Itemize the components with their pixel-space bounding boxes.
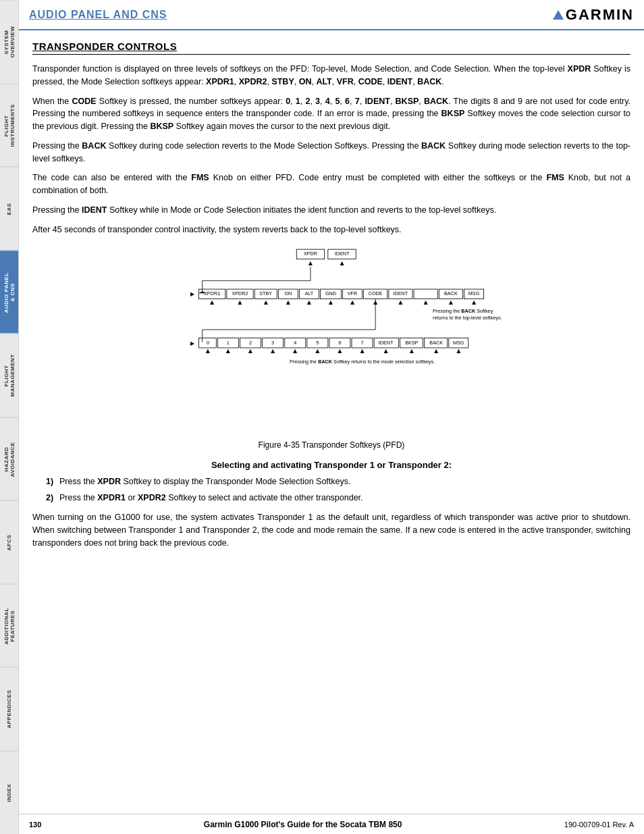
svg-text:▲: ▲	[205, 348, 211, 355]
step-2-text: Press the XPDR1 or XPDR2 Softkey to sele…	[59, 492, 363, 504]
svg-text:▲: ▲	[292, 348, 298, 355]
sidebar-tab-hazard-avoidance[interactable]: HAZARDAVOIDANCE	[0, 417, 18, 501]
svg-text:▲: ▲	[209, 298, 215, 306]
svg-text:▲: ▲	[338, 259, 345, 267]
svg-text:MSG: MSG	[468, 291, 480, 297]
final-paragraph: When turning on the G1000 for use, the s…	[32, 511, 630, 549]
svg-text:▲: ▲	[423, 298, 429, 306]
svg-text:▲: ▲	[269, 348, 276, 355]
svg-text:▲: ▲	[336, 348, 343, 355]
svg-text:GND: GND	[325, 291, 336, 297]
svg-text:▶: ▶	[190, 340, 195, 346]
garmin-logo-text: GARMIN	[566, 6, 634, 24]
list-item-1: 1) Press the XPDR Softkey to display the…	[46, 475, 630, 488]
page-header: AUDIO PANEL AND CNS GARMIN	[19, 0, 644, 30]
svg-text:▲: ▲	[397, 298, 404, 306]
page-footer: 130 Garmin G1000 Pilot's Guide for the S…	[19, 814, 644, 834]
footer-part-number: 190-00709-01 Rev. A	[564, 820, 634, 829]
paragraph-6: After 45 seconds of transponder control …	[32, 224, 630, 236]
steps-list: 1) Press the XPDR Softkey to display the…	[46, 475, 630, 505]
svg-text:returns to the top-level softk: returns to the top-level softkeys.	[433, 315, 502, 321]
svg-text:▲: ▲	[314, 348, 321, 355]
paragraph-5: Pressing the IDENT Softkey while in Mode…	[32, 204, 630, 217]
svg-text:▲: ▲	[307, 259, 314, 267]
paragraph-4: The code can also be entered with the FM…	[32, 172, 630, 197]
svg-text:XPDR: XPDR	[304, 251, 317, 257]
footer-title: Garmin G1000 Pilot's Guide for the Socat…	[204, 820, 402, 829]
svg-text:IDENT: IDENT	[379, 340, 394, 346]
svg-text:4: 4	[294, 340, 296, 346]
svg-text:▲: ▲	[327, 298, 334, 306]
svg-text:ALT: ALT	[305, 291, 314, 297]
svg-text:2: 2	[249, 340, 252, 346]
sidebar-tab-system-overview[interactable]: SYSTEMOVERVIEW	[0, 0, 18, 84]
svg-text:IDENT: IDENT	[394, 291, 408, 297]
sidebar-tab-afcs[interactable]: AFCS	[0, 500, 18, 584]
svg-rect-29	[414, 289, 437, 298]
main-content: TRANSPONDER CONTROLS Transponder functio…	[19, 30, 644, 814]
sidebar-tab-appendices[interactable]: APPENDICES	[0, 667, 18, 751]
svg-text:ON: ON	[284, 291, 292, 297]
svg-text:6: 6	[338, 340, 341, 346]
header-title: AUDIO PANEL AND CNS	[29, 9, 167, 21]
diagram-container: XPDR IDENT ▲ ▲ ▶ XPDR1 XPDR2	[129, 246, 534, 449]
step-1-text: Press the XPDR Softkey to display the Tr…	[59, 475, 350, 488]
garmin-triangle-icon	[553, 10, 564, 20]
svg-text:▲: ▲	[455, 348, 462, 355]
step-1-num: 1)	[46, 475, 59, 488]
svg-text:▲: ▲	[358, 348, 365, 355]
svg-text:▲: ▲	[236, 298, 243, 306]
svg-text:VFR: VFR	[348, 291, 357, 297]
figure-caption: Figure 4-35 Transponder Softkeys (PFD)	[129, 440, 534, 450]
svg-text:BACK: BACK	[444, 291, 458, 297]
svg-text:3: 3	[271, 340, 274, 346]
paragraph-1: Transponder function is displayed on thr…	[32, 63, 630, 88]
svg-text:▲: ▲	[247, 348, 254, 355]
sidebar-tab-additional-features[interactable]: ADDITIONALFEATURES	[0, 584, 18, 668]
step-2-num: 2)	[46, 492, 59, 504]
sidebar-tab-audio-panel[interactable]: AUDIO PANEL& CNS	[0, 251, 18, 334]
sidebar-tab-eas[interactable]: EAS	[0, 167, 18, 251]
sidebar-tab-index[interactable]: INDEX	[0, 751, 18, 835]
svg-text:IDENT: IDENT	[335, 251, 350, 257]
svg-text:▲: ▲	[285, 298, 292, 306]
svg-text:▲: ▲	[225, 348, 232, 355]
svg-text:▲: ▲	[306, 298, 313, 306]
sidebar: SYSTEMOVERVIEW FLIGHTINSTRUMENTS EAS AUD…	[0, 0, 19, 834]
sidebar-tab-flight-instruments[interactable]: FLIGHTINSTRUMENTS	[0, 84, 18, 167]
svg-text:▲: ▲	[448, 298, 454, 306]
svg-text:Pressing the BACK Softkey: Pressing the BACK Softkey	[433, 309, 493, 315]
svg-text:▲: ▲	[433, 348, 439, 355]
sidebar-tab-flight-management[interactable]: FLIGHTMANAGEMENT	[0, 334, 18, 417]
svg-text:▲: ▲	[263, 298, 269, 306]
svg-text:▲: ▲	[471, 298, 477, 306]
svg-text:BKSP: BKSP	[405, 340, 418, 346]
section-title: TRANSPONDER CONTROLS	[32, 41, 630, 55]
svg-text:7: 7	[360, 340, 363, 346]
svg-text:Pressing the BACK Softkey retu: Pressing the BACK Softkey returns to the…	[290, 359, 435, 365]
svg-text:BACK: BACK	[429, 340, 443, 346]
svg-text:1: 1	[227, 340, 230, 346]
svg-text:▲: ▲	[383, 348, 390, 355]
svg-text:STBY: STBY	[259, 291, 272, 297]
transponder-diagram: XPDR IDENT ▲ ▲ ▶ XPDR1 XPDR2	[129, 246, 534, 434]
svg-text:▲: ▲	[349, 298, 356, 306]
paragraph-3: Pressing the BACK Softkey during code se…	[32, 140, 630, 165]
svg-text:XPDR1: XPDR1	[204, 291, 220, 297]
svg-text:5: 5	[316, 340, 319, 346]
svg-text:CODE: CODE	[369, 291, 383, 297]
page-number: 130	[29, 820, 41, 829]
subsection-title: Selecting and activating Transponder 1 o…	[32, 460, 630, 470]
svg-text:▶: ▶	[190, 292, 195, 298]
paragraph-2: When the CODE Softkey is pressed, the nu…	[32, 95, 630, 133]
svg-text:MSG: MSG	[453, 340, 464, 346]
svg-text:XPDR2: XPDR2	[232, 291, 248, 297]
garmin-logo: GARMIN	[553, 6, 634, 24]
list-item-2: 2) Press the XPDR1 or XPDR2 Softkey to s…	[46, 492, 630, 504]
svg-text:0: 0	[207, 340, 209, 346]
svg-text:▲: ▲	[408, 348, 415, 355]
